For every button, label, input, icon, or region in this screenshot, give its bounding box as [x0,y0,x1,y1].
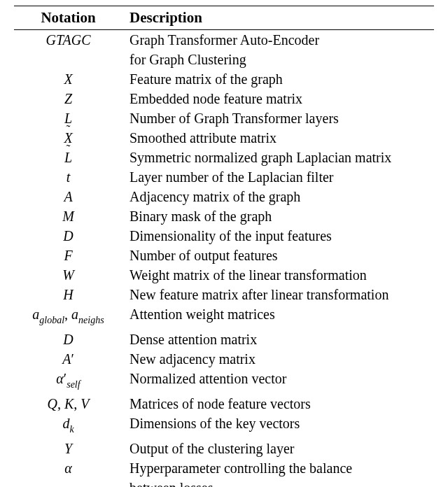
table-row: AAdjacency matrix of the graph [14,187,434,206]
notation-cell: F [14,246,122,265]
table-row: A′New adjacency matrix [14,349,434,369]
notation-cell: H [14,285,122,304]
notation-cell: α [14,458,122,478]
table-row: MBinary mask of the graph [14,206,434,226]
table-row: for Graph Clustering [14,50,434,69]
description-cell: Output of the clustering layer [122,439,434,458]
table-row: between losses [14,478,434,487]
table-row: ˜XSmoothed attribute matrix [14,128,434,148]
notation-table: Notation Description GTAGCGraph Transfor… [14,6,434,487]
table-row: α′selfNormalized attention vector [14,369,434,394]
table-row: LNumber of Graph Transformer layers [14,108,434,128]
notation-cell: A′ [14,349,122,369]
notation-cell: X [14,69,122,89]
description-cell: Embedded node feature matrix [122,89,434,108]
description-cell: between losses [122,478,434,487]
notation-cell: ˜L [14,148,122,167]
description-cell: Dimensions of the key vectors [122,414,434,439]
table-row: FNumber of output features [14,246,434,265]
description-cell: Weight matrix of the linear transformati… [122,265,434,285]
table-row: XFeature matrix of the graph [14,69,434,89]
table-row: tLayer number of the Laplacian filter [14,167,434,187]
description-cell: Normalized attention vector [122,369,434,394]
notation-cell [14,50,122,69]
notation-cell: A [14,187,122,206]
description-cell: Dense attention matrix [122,330,434,349]
description-cell: Dimensionality of the input features [122,226,434,246]
notation-cell: W [14,265,122,285]
description-cell: Smoothed attribute matrix [122,128,434,148]
description-cell: Symmetric normalized graph Laplacian mat… [122,148,434,167]
description-cell: Number of output features [122,246,434,265]
notation-cell: Z [14,89,122,108]
description-cell: Feature matrix of the graph [122,69,434,89]
notation-cell: aglobal, aneighs [14,304,122,330]
notation-cell: Y [14,439,122,458]
description-cell: Binary mask of the graph [122,206,434,226]
table-row: ZEmbedded node feature matrix [14,89,434,108]
description-cell: Adjacency matrix of the graph [122,187,434,206]
description-cell: for Graph Clustering [122,50,434,69]
notation-cell: α′self [14,369,122,394]
header-notation: Notation [14,6,122,30]
notation-cell: Q, K, V [14,394,122,414]
notation-cell [14,478,122,487]
notation-cell: D [14,226,122,246]
table-row: Q, K, VMatrices of node feature vectors [14,394,434,414]
description-cell: Layer number of the Laplacian filter [122,167,434,187]
description-cell: Graph Transformer Auto-Encoder [122,30,434,50]
description-cell: Attention weight matrices [122,304,434,330]
table-row: DDense attention matrix [14,330,434,349]
table-row: HNew feature matrix after linear transfo… [14,285,434,304]
table-header-row: Notation Description [14,6,434,30]
notation-cell: GTAGC [14,30,122,50]
table-row: WWeight matrix of the linear transformat… [14,265,434,285]
notation-cell: D [14,330,122,349]
header-description: Description [122,6,434,30]
table-row: aglobal, aneighsAttention weight matrice… [14,304,434,330]
description-cell: New adjacency matrix [122,349,434,369]
notation-cell: t [14,167,122,187]
table-row: αHyperparameter controlling the balance [14,458,434,478]
notation-cell: M [14,206,122,226]
table-row: GTAGCGraph Transformer Auto-Encoder [14,30,434,50]
description-cell: New feature matrix after linear transfor… [122,285,434,304]
description-cell: Matrices of node feature vectors [122,394,434,414]
table-row: ˜LSymmetric normalized graph Laplacian m… [14,148,434,167]
table-row: YOutput of the clustering layer [14,439,434,458]
table-row: DDimensionality of the input features [14,226,434,246]
notation-cell: dk [14,414,122,439]
description-cell: Hyperparameter controlling the balance [122,458,434,478]
description-cell: Number of Graph Transformer layers [122,108,434,128]
table-row: dkDimensions of the key vectors [14,414,434,439]
